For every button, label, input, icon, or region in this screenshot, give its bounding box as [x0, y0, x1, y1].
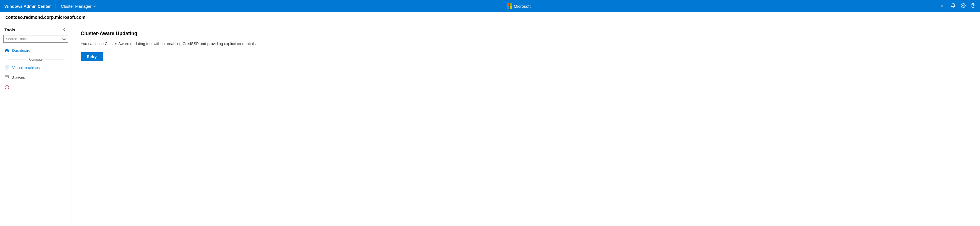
message-text: You can't use Cluster-Aware updating too…	[81, 41, 971, 47]
top-navigation-bar: Windows Admin Center | Cluster Manager M…	[0, 0, 980, 12]
main-content: Tools	[0, 23, 980, 226]
settings-icon[interactable]	[961, 3, 966, 9]
search-tools-wrapper	[3, 35, 68, 43]
top-bar-center: Microsoft	[507, 3, 531, 9]
app-title: Windows Admin Center	[5, 4, 51, 9]
server-icon	[5, 75, 10, 80]
microsoft-logo	[507, 3, 512, 9]
compute-section-label: Compute	[0, 55, 72, 62]
app-body: contoso.redmond.corp.microsoft.com Tools	[0, 12, 980, 226]
top-bar-right: >_	[941, 3, 975, 9]
partial-icon	[5, 85, 10, 91]
house-icon	[5, 48, 10, 53]
terminal-icon[interactable]: >_	[941, 3, 946, 9]
notifications-icon[interactable]	[951, 3, 956, 9]
servers-label: Servers	[12, 75, 25, 80]
svg-rect-8	[6, 66, 9, 68]
microsoft-label: Microsoft	[514, 4, 531, 9]
svg-point-0	[963, 5, 964, 6]
cluster-name-bar: contoso.redmond.corp.microsoft.com	[0, 12, 980, 23]
sidebar: Tools	[0, 23, 72, 226]
search-tools-input[interactable]	[3, 35, 68, 43]
svg-point-11	[8, 76, 9, 76]
top-bar-divider: |	[55, 3, 57, 9]
page-title: Cluster-Aware Updating	[81, 31, 971, 37]
sidebar-header: Tools	[0, 23, 72, 35]
top-bar-left: Windows Admin Center | Cluster Manager	[5, 3, 97, 9]
help-icon[interactable]	[970, 3, 975, 9]
cluster-manager-label: Cluster Manager	[61, 4, 92, 9]
sidebar-collapse-button[interactable]	[62, 27, 67, 32]
sidebar-item-dashboard[interactable]: Dashboard	[0, 45, 72, 55]
sidebar-item-partial[interactable]	[0, 83, 72, 93]
virtual-machine-icon	[5, 65, 10, 70]
svg-point-12	[8, 78, 9, 78]
search-tools-container	[0, 35, 72, 45]
dashboard-label: Dashboard	[12, 48, 30, 53]
virtual-machines-label: Virtual machines	[12, 65, 40, 70]
cluster-name: contoso.redmond.corp.microsoft.com	[6, 15, 86, 20]
main-panel: Cluster-Aware Updating You can't use Clu…	[72, 23, 980, 226]
sidebar-navigation: Dashboard Compute	[0, 45, 72, 226]
retry-button[interactable]: Retry	[81, 52, 103, 61]
chevron-down-icon	[93, 5, 97, 8]
sidebar-item-servers[interactable]: Servers	[0, 72, 72, 83]
cluster-manager-dropdown[interactable]: Cluster Manager	[61, 4, 97, 9]
tools-label: Tools	[5, 27, 15, 32]
sidebar-item-virtual-machines[interactable]: Virtual machines	[0, 62, 72, 72]
